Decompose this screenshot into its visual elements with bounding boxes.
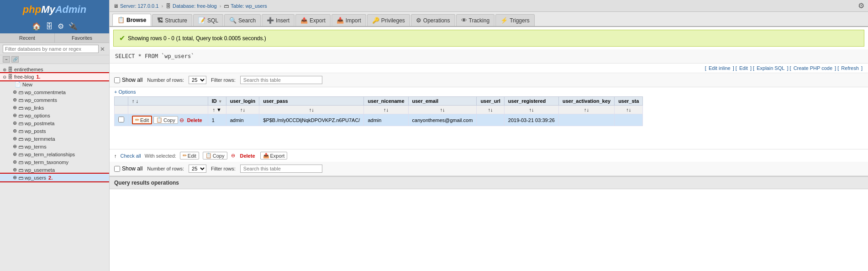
sort-arrow-cell-pass[interactable]: ↑↓ xyxy=(259,106,364,114)
col-user-pass-header[interactable]: user_pass xyxy=(259,97,364,106)
tab-browse-label: Browse xyxy=(126,17,146,23)
bottom-export-button[interactable]: 📤 Export xyxy=(260,152,288,159)
recent-tab[interactable]: Recent xyxy=(0,33,55,43)
col-user-login-header[interactable]: user_login xyxy=(226,97,259,106)
sidebar-item-wp-term-relationships[interactable]: ⊕ 🗃 wp_term_relationships xyxy=(0,150,109,158)
cell-user-registered: 2019-03-21 03:39:26 xyxy=(504,114,558,126)
col-sort-header[interactable]: ↑ ↓ xyxy=(128,97,208,106)
bottom-edit-icon: ✏ xyxy=(183,153,187,159)
bottom-edit-button[interactable]: ✏ Edit xyxy=(180,152,199,159)
sort-up-id: ↑ xyxy=(212,107,215,112)
sort-arrow-cell-nicename[interactable]: ↑↓ xyxy=(364,106,408,114)
col-checkbox-header xyxy=(115,97,128,106)
tab-browse[interactable]: 📋 Browse xyxy=(112,14,151,26)
with-selected-label: With selected: xyxy=(145,153,176,159)
num-rows-select-bottom[interactable]: 25 xyxy=(189,165,206,173)
sql-query-text: SELECT * FROM `wp_users` xyxy=(115,53,194,59)
sort-arrow-cell-url[interactable]: ↑↓ xyxy=(477,106,504,114)
sort-arrow-cell-registered[interactable]: ↑↓ xyxy=(504,106,558,114)
copy-row-button[interactable]: 📋 Copy xyxy=(153,116,178,124)
check-all-link[interactable]: Check all xyxy=(121,153,141,159)
clear-filter-button[interactable]: ✕ xyxy=(99,46,106,53)
db-icon-btn[interactable]: 🗄 xyxy=(45,21,54,32)
sort-arrow-cell-email[interactable]: ↑↓ xyxy=(408,106,477,114)
db-item-entirethemes[interactable]: ⊕ 🗄 entirethemes xyxy=(0,66,109,73)
home-icon-btn[interactable]: 🏠 xyxy=(31,21,42,32)
refresh-link[interactable]: Refresh xyxy=(841,65,859,71)
col-user-registered-header[interactable]: user_registered xyxy=(504,97,558,106)
import-tab-icon: 📥 xyxy=(337,17,344,24)
sort-arrow-cell-activation[interactable]: ↑↓ xyxy=(558,106,614,114)
show-all-checkbox[interactable] xyxy=(114,77,120,83)
col-user-status-header[interactable]: user_sta xyxy=(615,97,643,106)
delete-row-button[interactable]: Delete xyxy=(185,117,204,123)
col-id-header[interactable]: ID ▼ xyxy=(208,97,226,106)
col-user-activation-key-header[interactable]: user_activation_key xyxy=(558,97,614,106)
bottom-copy-button[interactable]: 📋 Copy xyxy=(203,152,227,159)
edit-row-button[interactable]: ✏ Edit xyxy=(132,116,152,124)
show-all-checkbox-bottom[interactable] xyxy=(114,166,120,172)
logo-php: php xyxy=(23,4,41,15)
sort-arrow-cell-login[interactable]: ↑↓ xyxy=(226,106,259,114)
num-rows-select[interactable]: 25 xyxy=(189,76,206,84)
table-icon2: 🗃 xyxy=(18,90,23,95)
table-name: wp_terms xyxy=(25,144,47,149)
show-all-checkbox-area-bottom: Show all xyxy=(114,165,142,172)
tab-insert[interactable]: ➕ Insert xyxy=(262,14,295,26)
filter-rows-input-bottom[interactable] xyxy=(240,165,322,173)
col-user-url-header[interactable]: user_url xyxy=(477,97,504,106)
edit-inline-link[interactable]: Edit inline xyxy=(709,65,731,71)
sidebar-item-wp-users[interactable]: ⊕ 🗃 wp_users 2. xyxy=(0,174,109,181)
create-php-code-link[interactable]: Create PHP code xyxy=(794,65,832,71)
sort-arrow-cell-status[interactable]: ↑↓ xyxy=(615,106,643,114)
sidebar-item-wp-links[interactable]: ⊕ 🗃 wp_links xyxy=(0,104,109,112)
favorites-tab[interactable]: Favorites xyxy=(55,33,109,43)
col-user-nicename-header[interactable]: user_nicename xyxy=(364,97,408,106)
sidebar-item-wp-terms[interactable]: ⊕ 🗃 wp_terms xyxy=(0,143,109,150)
bottom-delete-button[interactable]: Delete xyxy=(239,153,257,159)
tab-triggers[interactable]: ⚡ Triggers xyxy=(495,14,535,26)
filter-rows-input-top[interactable] xyxy=(240,76,322,84)
tab-operations[interactable]: ⚙ Operations xyxy=(411,14,455,26)
sidebar-item-wp-term-taxonomy[interactable]: ⊕ 🗃 wp_term_taxonomy xyxy=(0,158,109,166)
tab-export[interactable]: 📤 Export xyxy=(295,14,331,26)
breadcrumb-server[interactable]: Server: 127.0.0.1 xyxy=(120,3,158,9)
link-btn[interactable]: 🔗 xyxy=(11,56,19,63)
insert-tab-icon: ➕ xyxy=(267,17,274,24)
table-name: wp_term_taxonomy xyxy=(25,159,68,165)
collapse-btn[interactable]: − xyxy=(3,56,10,63)
plugin-icon-btn[interactable]: 🔌 xyxy=(68,21,79,32)
logo-admin: Admin xyxy=(55,4,86,15)
db-item-free-blog[interactable]: ⊖ 🗄 free-blog 1. xyxy=(0,73,109,80)
settings-gear-button[interactable]: ⚙ xyxy=(858,1,864,10)
sidebar-item-wp-options[interactable]: ⊕ 🗃 wp_options xyxy=(0,112,109,119)
sidebar-item-wp-postmeta[interactable]: ⊕ 🗃 wp_postmeta xyxy=(0,119,109,127)
tab-structure[interactable]: 🏗 Structure xyxy=(152,14,192,26)
sidebar: phpMyAdmin 🏠 🗄 ⚙ 🔌 Recent Favorites ✕ − … xyxy=(0,0,110,271)
table-icon: ⊕ xyxy=(13,167,17,173)
breadcrumb-table[interactable]: Table: wp_users xyxy=(231,3,267,9)
table-icon2: 🗃 xyxy=(18,128,23,134)
sidebar-item-wp-commentmeta[interactable]: ⊕ 🗃 wp_commentmeta xyxy=(0,88,109,96)
row-checkbox[interactable] xyxy=(118,117,124,122)
sidebar-item-new[interactable]: 📄 New xyxy=(0,80,109,88)
options-row[interactable]: + Options xyxy=(110,87,868,96)
sort-arrow-cell-id[interactable]: ↑ ▼ xyxy=(208,106,226,114)
tab-privileges[interactable]: 🔑 Privileges xyxy=(367,14,410,26)
col-user-email-header[interactable]: user_email xyxy=(408,97,477,106)
explain-sql-link[interactable]: Explain SQL xyxy=(757,65,784,71)
tab-sql[interactable]: 📝 SQL xyxy=(193,14,223,26)
sidebar-item-wp-posts[interactable]: ⊕ 🗃 wp_posts xyxy=(0,127,109,135)
filter-databases-input[interactable] xyxy=(3,45,99,53)
tab-sql-label: SQL xyxy=(207,17,218,24)
sidebar-item-wp-usermeta[interactable]: ⊕ 🗃 wp_usermeta xyxy=(0,166,109,174)
tab-search[interactable]: 🔍 Search xyxy=(224,14,261,26)
sidebar-item-wp-termmeta[interactable]: ⊕ 🗃 wp_termmeta xyxy=(0,135,109,143)
edit-link[interactable]: Edit xyxy=(739,65,748,71)
tab-tracking[interactable]: 👁 Tracking xyxy=(456,14,495,26)
tab-import[interactable]: 📥 Import xyxy=(331,14,366,26)
settings-icon-btn[interactable]: ⚙ xyxy=(57,21,65,32)
tab-bar: 📋 Browse 🏗 Structure 📝 SQL 🔍 Search ➕ In… xyxy=(110,12,868,27)
breadcrumb-database[interactable]: Database: free-blog xyxy=(173,3,217,9)
sidebar-item-wp-comments[interactable]: ⊕ 🗃 wp_comments xyxy=(0,96,109,104)
